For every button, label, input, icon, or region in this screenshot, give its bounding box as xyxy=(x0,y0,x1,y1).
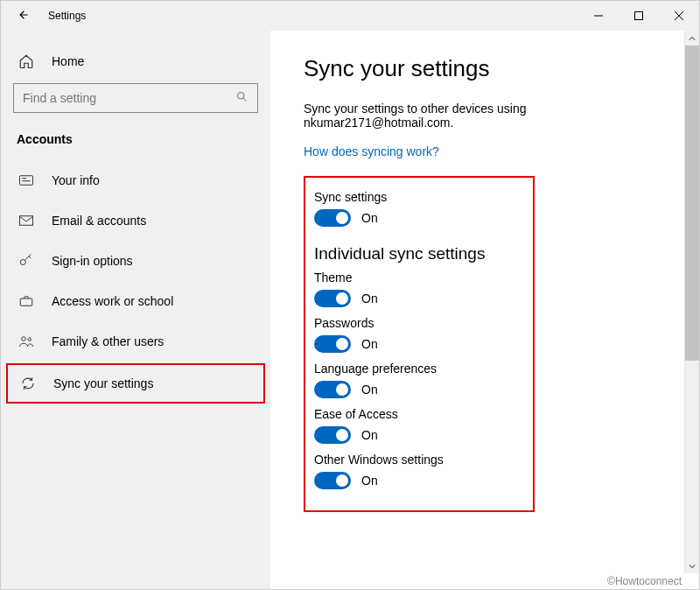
toggle-state: On xyxy=(361,291,378,306)
search-icon xyxy=(235,90,248,107)
toggle-state: On xyxy=(361,383,378,397)
sidebar-item-email-accounts[interactable]: Email & accounts xyxy=(1,200,270,241)
svg-rect-5 xyxy=(20,216,33,226)
help-link[interactable]: How does syncing work? xyxy=(304,144,439,158)
toggle-label-language: Language preferences xyxy=(314,362,524,376)
window-controls xyxy=(578,1,699,31)
briefcase-icon xyxy=(17,293,36,309)
sidebar-item-label: Sign-in options xyxy=(52,254,133,268)
toggle-state: On xyxy=(361,337,378,351)
svg-rect-7 xyxy=(20,299,32,306)
svg-point-6 xyxy=(20,260,25,265)
close-button[interactable] xyxy=(659,1,699,31)
home-icon xyxy=(17,53,36,69)
key-icon xyxy=(17,253,36,269)
people-icon xyxy=(17,334,36,349)
toggle-state: On xyxy=(361,428,378,442)
titlebar: Settings xyxy=(1,1,699,31)
scroll-thumb[interactable] xyxy=(685,46,699,361)
watermark: ©Howtoconnect xyxy=(607,575,682,587)
person-card-icon xyxy=(17,172,36,188)
toggle-passwords[interactable] xyxy=(314,335,351,353)
toggle-label-passwords: Passwords xyxy=(314,316,524,330)
svg-rect-2 xyxy=(20,176,33,186)
toggle-state: On xyxy=(361,474,378,488)
chevron-up-icon xyxy=(689,35,696,42)
svg-point-9 xyxy=(28,338,31,341)
toggle-ease-of-access[interactable] xyxy=(314,426,351,444)
sidebar-item-label: Family & other users xyxy=(52,334,164,348)
scroll-down-arrow[interactable] xyxy=(685,558,699,573)
maximize-icon xyxy=(634,11,643,20)
sidebar-item-label: Your info xyxy=(52,173,100,187)
sidebar: Home Accounts Your info Email & accounts xyxy=(1,31,270,589)
svg-point-1 xyxy=(238,92,245,99)
svg-rect-0 xyxy=(635,12,643,20)
sidebar-item-sync-settings[interactable]: Sync your settings xyxy=(6,363,265,404)
main-content: Sync your settings Sync your settings to… xyxy=(270,31,699,589)
toggle-language[interactable] xyxy=(314,381,351,398)
close-icon xyxy=(675,11,683,20)
scrollbar[interactable] xyxy=(684,31,699,573)
sidebar-item-label: Email & accounts xyxy=(52,214,146,228)
minimize-icon xyxy=(594,11,603,20)
sidebar-category: Accounts xyxy=(1,129,270,160)
page-subtext: Sync your settings to other devices usin… xyxy=(304,102,678,130)
sidebar-item-family-users[interactable]: Family & other users xyxy=(1,321,270,362)
toggle-theme[interactable] xyxy=(314,290,351,307)
sync-settings-group: Sync settings On Individual sync setting… xyxy=(304,176,535,512)
envelope-icon xyxy=(17,213,36,228)
chevron-down-icon xyxy=(689,563,696,570)
sidebar-item-label: Access work or school xyxy=(52,294,173,308)
section-heading: Individual sync settings xyxy=(314,244,524,263)
minimize-button[interactable] xyxy=(578,1,619,31)
toggle-sync-settings[interactable] xyxy=(314,209,351,227)
toggle-other-windows[interactable] xyxy=(314,472,351,489)
toggle-label-theme: Theme xyxy=(314,270,524,284)
toggle-state: On xyxy=(361,211,378,225)
sidebar-item-label: Sync your settings xyxy=(53,376,153,390)
arrow-left-icon xyxy=(18,9,30,21)
sidebar-home[interactable]: Home xyxy=(1,45,270,78)
sync-icon xyxy=(18,376,38,391)
toggle-label-ease-of-access: Ease of Access xyxy=(314,407,524,421)
sidebar-item-sign-in-options[interactable]: Sign-in options xyxy=(1,241,270,281)
back-button[interactable] xyxy=(17,9,31,24)
sidebar-item-access-work-school[interactable]: Access work or school xyxy=(1,281,270,321)
maximize-button[interactable] xyxy=(619,1,659,31)
search-box[interactable] xyxy=(13,83,258,113)
sync-settings-label: Sync settings xyxy=(314,190,524,204)
search-input[interactable] xyxy=(23,91,235,105)
toggle-label-other-windows: Other Windows settings xyxy=(314,453,524,467)
sidebar-home-label: Home xyxy=(52,54,84,68)
scroll-up-arrow[interactable] xyxy=(685,31,699,46)
page-title: Sync your settings xyxy=(304,55,678,82)
window-title: Settings xyxy=(48,10,86,22)
sidebar-item-your-info[interactable]: Your info xyxy=(1,160,270,200)
svg-point-8 xyxy=(22,337,26,341)
